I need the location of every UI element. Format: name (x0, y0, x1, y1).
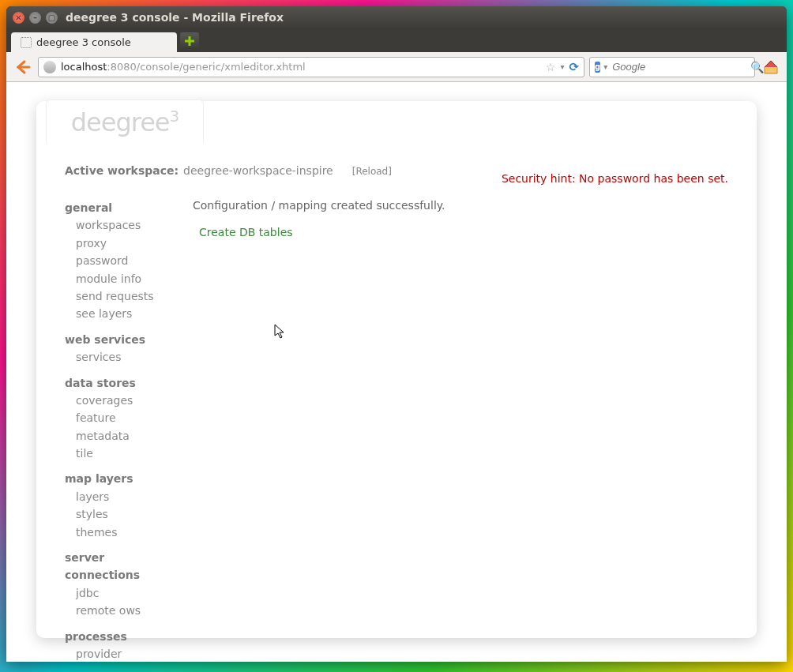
sidebar-group-general: general (65, 199, 177, 216)
sidebar-item-tile[interactable]: tile (76, 445, 177, 462)
browser-tabstrip: deegree 3 console (6, 28, 787, 52)
globe-icon (43, 61, 56, 73)
sidebar-item-layers[interactable]: layers (76, 488, 177, 505)
sidebar-item-styles[interactable]: styles (76, 505, 177, 523)
sidebar-item-services[interactable]: services (76, 348, 177, 366)
security-hint: Security hint: No password has been set. (502, 172, 728, 185)
sidebar-item-themes[interactable]: themes (76, 524, 177, 541)
workspace-name: deegree-workspace-inspire (183, 164, 333, 177)
sidebar-group-processes: processes (65, 628, 177, 645)
browser-viewport: deegree3 Active workspace: deegree-works… (6, 82, 787, 662)
search-engine-dropdown-icon[interactable]: ▾ (603, 62, 607, 71)
logo-tab: deegree3 (46, 99, 204, 143)
new-tab-button[interactable] (180, 32, 199, 50)
sidebar-item-see-layers[interactable]: see layers (76, 305, 177, 322)
svg-rect-1 (185, 40, 194, 43)
window-minimize-button[interactable]: – (29, 12, 41, 24)
create-db-tables-link[interactable]: Create DB tables (199, 226, 293, 238)
nav-back-button[interactable] (11, 56, 33, 78)
sidebar-item-password[interactable]: password (76, 252, 177, 269)
search-input[interactable] (611, 60, 747, 73)
sidebar-group-web-services: web services (65, 331, 177, 348)
sidebar-group-map-layers: map layers (65, 470, 177, 487)
address-bar[interactable]: localhost:8080/console/generic/xmleditor… (38, 57, 584, 77)
plus-icon (184, 36, 195, 47)
sidebar-item-coverages[interactable]: coverages (76, 392, 177, 409)
workspace-reload-link[interactable]: [Reload] (352, 166, 392, 177)
sidebar-group-server-connections: server connections (65, 549, 177, 584)
app-window: ✕ – ▢ deegree 3 console - Mozilla Firefo… (6, 6, 787, 662)
main-content: Configuration / mapping created successf… (193, 199, 728, 662)
sidebar-item-feature[interactable]: feature (76, 409, 177, 426)
tab-label: deegree 3 console (36, 36, 131, 48)
sidebar: generalworkspacesproxypasswordmodule inf… (65, 199, 177, 662)
window-titlebar: ✕ – ▢ deegree 3 console - Mozilla Firefo… (6, 6, 787, 28)
reload-icon[interactable]: ⟳ (569, 60, 579, 74)
sidebar-item-module-info[interactable]: module info (76, 270, 177, 287)
sidebar-item-send-requests[interactable]: send requests (76, 287, 177, 305)
workspace-label: Active workspace: (65, 164, 179, 177)
url-dropdown-icon[interactable]: ▾ (560, 62, 564, 71)
window-close-button[interactable]: ✕ (13, 12, 24, 24)
sidebar-item-remote-ows[interactable]: remote ows (76, 602, 177, 619)
search-bar[interactable]: g ▾ 🔍 (589, 57, 755, 77)
arrow-left-icon (13, 58, 31, 76)
window-title: deegree 3 console - Mozilla Firefox (66, 11, 780, 24)
content-area: Active workspace: deegree-workspace-insp… (65, 164, 728, 622)
tab-favicon (21, 37, 32, 48)
home-button[interactable] (760, 56, 782, 78)
sidebar-item-jdbc[interactable]: jdbc (76, 584, 177, 602)
sidebar-group-data-stores: data stores (65, 374, 177, 392)
browser-navbar: localhost:8080/console/generic/xmleditor… (6, 52, 787, 82)
sidebar-item-proxy[interactable]: proxy (76, 235, 177, 252)
window-maximize-button[interactable]: ▢ (46, 12, 58, 24)
home-icon (762, 58, 780, 76)
sidebar-item-workspaces[interactable]: workspaces (76, 216, 177, 234)
console-panel: deegree3 Active workspace: deegree-works… (36, 101, 757, 638)
sidebar-item-provider[interactable]: provider (76, 645, 177, 662)
browser-tab[interactable]: deegree 3 console (11, 32, 177, 52)
url-text: localhost:8080/console/generic/xmleditor… (61, 61, 541, 73)
status-message: Configuration / mapping created successf… (193, 199, 728, 212)
bookmark-star-icon[interactable]: ☆ (546, 61, 556, 73)
cursor-icon (274, 324, 287, 342)
sidebar-item-metadata[interactable]: metadata (76, 427, 177, 445)
logo-text: deegree3 (71, 107, 179, 137)
search-engine-icon: g (595, 62, 600, 73)
